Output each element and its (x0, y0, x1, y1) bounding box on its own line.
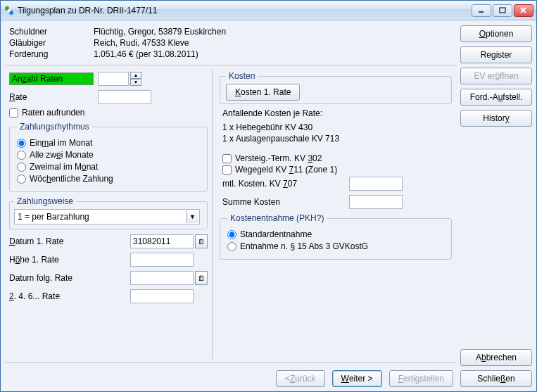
kosten-line1: 1 x Hebegebühr KV 430 (222, 122, 452, 132)
schuldner-label: Schuldner (9, 27, 94, 37)
wegegeld-checkbox[interactable] (222, 165, 232, 175)
zahlungsrhythmus-group: Zahlungsrhythmus Einmal im Monat Alle zw… (9, 122, 208, 192)
rate246-label: 2. 4. 6... Rate (9, 291, 101, 301)
window: Tilgungsplan zu DR-Nr. DRII-1477/11 Schu… (0, 0, 537, 392)
kosten-line2: 1 x Auslagenpauschale KV 713 (222, 134, 452, 144)
fertigstellen-button: Fertigstellen (389, 370, 453, 387)
kosten1-button[interactable]: Kosten 1. Rate (226, 84, 300, 101)
spinner-down-icon[interactable]: ▼ (130, 79, 141, 86)
versteig-checkbox[interactable] (222, 154, 232, 163)
mtl-input[interactable] (349, 177, 403, 191)
rate-input[interactable] (98, 90, 151, 104)
minimize-button[interactable] (472, 4, 491, 17)
calendar-icon: 🗓 (198, 238, 205, 246)
header-info: Schuldner Flüchtig, Gregor, 53879 Euskir… (5, 24, 456, 65)
anfallende-label: Anfallende Kosten je Rate: (222, 108, 452, 118)
datum1-calendar-button[interactable]: 🗓 (195, 234, 208, 248)
pkh-15-radio[interactable] (227, 242, 236, 251)
kosten-group: Kosten Kosten 1. Rate (220, 71, 452, 104)
zahlungsrhythmus-legend: Zahlungsrhythmus (17, 122, 92, 132)
hoehe-label: Höhe 1. Rate (9, 255, 101, 265)
anzahl-raten-input[interactable] (98, 72, 129, 86)
datum-folg-input[interactable] (130, 271, 194, 285)
right-panel: Kosten Kosten 1. Rate Anfallende Kosten … (215, 68, 456, 360)
schliessen-button[interactable]: Schließen (460, 370, 532, 387)
svg-rect-4 (500, 8, 505, 13)
calendar-icon: 🗓 (198, 274, 205, 282)
rhythmus-zweimal-radio[interactable] (17, 163, 26, 172)
titlebar: Tilgungsplan zu DR-Nr. DRII-1477/11 (1, 1, 536, 20)
forderung-value: 1.051,46 € (per 31.08.2011) (94, 49, 198, 59)
maximize-button[interactable] (493, 4, 512, 17)
evoeffnen-button: EV eröffnen (460, 68, 532, 84)
ford-aufstell-button[interactable]: Ford.-Aufstell. (460, 89, 532, 106)
hoehe-input[interactable] (130, 253, 194, 267)
rhythmus-monat-label: Einmal im Monat (30, 138, 92, 148)
raten-aufrunden-checkbox[interactable] (9, 108, 18, 118)
close-button[interactable] (514, 4, 533, 17)
pkh-std-radio[interactable] (227, 230, 236, 239)
side-buttons: Optionen Register EV eröffnen Ford.-Aufs… (460, 24, 532, 387)
schuldner-value: Flüchtig, Gregor, 53879 Euskirchen (94, 27, 226, 37)
rhythmus-woche-radio[interactable] (17, 175, 26, 184)
summe-input[interactable] (349, 195, 403, 209)
pkh-legend: Kostenentnahme (PKH?) (227, 213, 327, 223)
datum-folg-label: Datum folg. Rate (9, 273, 101, 283)
zahlungsweise-select[interactable]: 1 = per Barzahlung ▼ (14, 209, 200, 225)
wizard-bar: < Zurück Weiter > Fertigstellen (5, 362, 456, 387)
summe-label: Summe Kosten (222, 197, 349, 207)
abbrechen-button[interactable]: Abbrechen (460, 349, 532, 366)
app-icon (4, 5, 15, 16)
rhythmus-zwei-radio[interactable] (17, 151, 26, 160)
zahlungsweise-group: Zahlungsweise 1 = per Barzahlung ▼ (9, 196, 208, 229)
pkh-group: Kostenentnahme (PKH?) Standardentnahme E… (220, 213, 452, 260)
register-button[interactable]: Register (460, 46, 532, 63)
window-controls (472, 4, 533, 17)
chevron-down-icon: ▼ (186, 210, 198, 223)
wegegeld-label: Wegegeld KV 711 (Zone 1) (235, 165, 337, 175)
glaeubiger-label: Gläubiger (9, 38, 94, 48)
pkh-std-label: Standardentnahme (240, 229, 312, 239)
datum1-input[interactable] (130, 234, 194, 248)
kosten-legend: Kosten (226, 71, 258, 81)
history-button[interactable]: History (460, 110, 532, 127)
anzahl-raten-spinner[interactable]: ▲ ▼ (130, 72, 141, 86)
mtl-label: mtl. Kosten. KV 707 (222, 179, 349, 189)
forderung-label: Forderung (9, 49, 94, 59)
zahlungsweise-selected: 1 = per Barzahlung (18, 212, 89, 222)
datum-folg-calendar-button[interactable]: 🗓 (195, 271, 208, 285)
versteig-label: Versteig.-Term. KV 302 (235, 153, 322, 163)
rhythmus-monat-radio[interactable] (17, 139, 26, 148)
datum1-label: Datum 1. Rate (9, 236, 101, 246)
rhythmus-zweimal-label: Zweimal im Monat (30, 162, 98, 172)
rhythmus-zwei-label: Alle zwei Monate (30, 150, 94, 160)
anzahl-raten-label: Anzahl Raten (9, 72, 94, 85)
weiter-button[interactable]: Weiter > (332, 370, 382, 387)
raten-aufrunden-label: Raten aufrunden (22, 108, 84, 118)
rhythmus-woche-label: Wöchentliche Zahlung (30, 174, 113, 184)
pkh-15-label: Entnahme n. § 15 Abs 3 GVKostG (240, 241, 368, 251)
window-title: Tilgungsplan zu DR-Nr. DRII-1477/11 (18, 6, 472, 15)
optionen-button[interactable]: Optionen (460, 25, 532, 42)
glaeubiger-value: Reich, Rudi, 47533 Kleve (94, 38, 189, 48)
left-panel: Anzahl Raten ▲ ▼ Rate (5, 68, 213, 360)
rate-label: Rate (9, 92, 98, 102)
zahlungsweise-legend: Zahlungsweise (14, 196, 76, 206)
spinner-up-icon[interactable]: ▲ (130, 72, 141, 79)
zurueck-button: < Zurück (276, 370, 325, 387)
rate246-input[interactable] (130, 289, 194, 303)
